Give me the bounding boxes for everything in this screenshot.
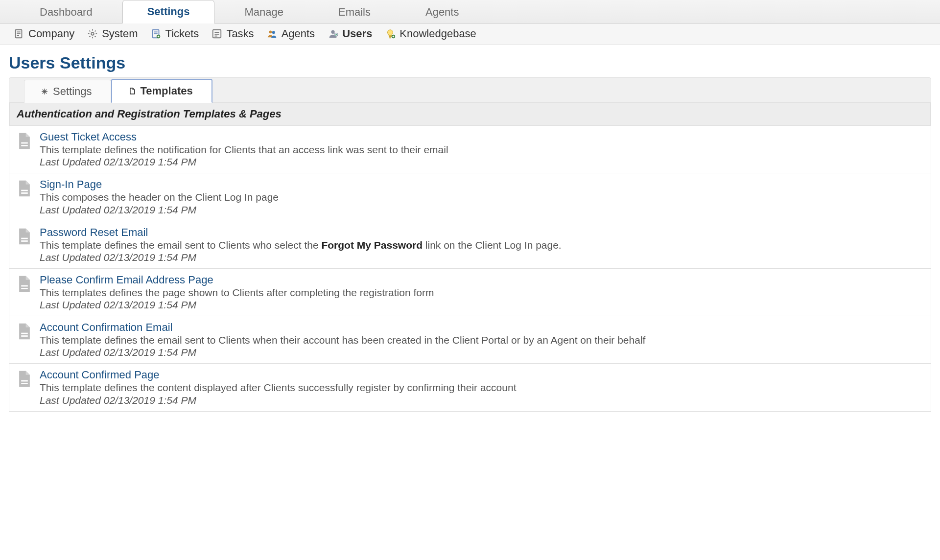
template-desc: This template defines the notification f… (40, 143, 924, 156)
template-link-guest-ticket-access[interactable]: Guest Ticket Access (40, 131, 924, 143)
subnav-agents[interactable]: Agents (267, 27, 315, 40)
bulb-icon (385, 28, 396, 39)
template-updated: Last Updated 02/13/2019 1:54 PM (40, 252, 924, 263)
inner-tab-templates[interactable]: Templates (111, 79, 212, 103)
file-icon (128, 87, 137, 95)
subnav-tasks[interactable]: Tasks (212, 27, 254, 40)
tab-dashboard[interactable]: Dashboard (15, 0, 118, 23)
settings-subnav: Company System Tickets Tasks Agents User… (0, 23, 940, 45)
inner-tab-label: Templates (141, 85, 193, 97)
template-desc: This template defines the email sent to … (40, 238, 924, 252)
template-desc: This template defines the email sent to … (40, 333, 924, 347)
tab-manage[interactable]: Manage (219, 0, 308, 23)
inner-tabs: Settings Templates (9, 77, 931, 103)
tab-emails[interactable]: Emails (313, 0, 396, 23)
subnav-item-label: Users (342, 27, 372, 40)
page-icon (16, 322, 33, 341)
ticket-icon (151, 28, 162, 39)
template-row: Account Confirmation Email This template… (9, 316, 931, 364)
inner-tab-settings[interactable]: Settings (24, 80, 111, 103)
tab-agents[interactable]: Agents (400, 0, 484, 23)
page-title: Users Settings (0, 45, 940, 77)
page-icon (16, 370, 33, 388)
page-icon (16, 132, 33, 150)
template-desc: This composes the header on the Client L… (40, 190, 924, 204)
tab-settings[interactable]: Settings (122, 0, 215, 23)
template-updated: Last Updated 02/13/2019 1:54 PM (40, 204, 924, 216)
subnav-users[interactable]: Users (328, 27, 372, 40)
template-desc: This template defines the content displa… (40, 381, 924, 394)
template-row: Account Confirmed Page This template def… (9, 364, 931, 411)
template-row: Please Confirm Email Address Page This t… (9, 269, 931, 316)
template-updated: Last Updated 02/13/2019 1:54 PM (40, 299, 924, 311)
template-row: Sign-In Page This composes the header on… (9, 173, 931, 221)
templates-list: Guest Ticket Access This template define… (9, 126, 931, 411)
subnav-system[interactable]: System (87, 27, 138, 40)
gear-icon (87, 28, 98, 39)
top-nav: Dashboard Settings Manage Emails Agents (0, 0, 940, 23)
person-icon (328, 28, 338, 39)
template-link-confirm-email-page[interactable]: Please Confirm Email Address Page (40, 274, 924, 286)
subnav-item-label: Company (28, 27, 74, 40)
template-link-sign-in-page[interactable]: Sign-In Page (40, 178, 924, 191)
subnav-item-label: Tickets (165, 27, 199, 40)
section-header: Authentication and Registration Template… (9, 103, 931, 126)
templates-panel: Authentication and Registration Template… (9, 103, 931, 412)
template-desc: This templates defines the page shown to… (40, 286, 924, 299)
page-icon (16, 275, 33, 293)
template-link-account-confirmed-page[interactable]: Account Confirmed Page (40, 369, 924, 381)
template-link-account-confirmation-email[interactable]: Account Confirmation Email (40, 321, 924, 334)
template-link-password-reset-email[interactable]: Password Reset Email (40, 226, 924, 239)
subnav-knowledgebase[interactable]: Knowledgebase (385, 27, 476, 40)
template-row: Guest Ticket Access This template define… (9, 126, 931, 173)
template-updated: Last Updated 02/13/2019 1:54 PM (40, 347, 924, 358)
subnav-company[interactable]: Company (14, 27, 74, 40)
template-updated: Last Updated 02/13/2019 1:54 PM (40, 395, 924, 406)
subnav-item-label: Tasks (226, 27, 254, 40)
subnav-tickets[interactable]: Tickets (151, 27, 199, 40)
subnav-item-label: Agents (282, 27, 315, 40)
template-updated: Last Updated 02/13/2019 1:54 PM (40, 156, 924, 168)
document-icon (14, 28, 24, 39)
asterisk-icon (40, 87, 49, 96)
subnav-item-label: System (102, 27, 138, 40)
inner-tab-label: Settings (53, 85, 92, 98)
people-icon (267, 28, 278, 39)
template-row: Password Reset Email This template defin… (9, 221, 931, 269)
page-icon (16, 179, 33, 198)
page-icon (16, 227, 33, 246)
subnav-item-label: Knowledgebase (400, 27, 476, 40)
checklist-icon (212, 28, 222, 39)
